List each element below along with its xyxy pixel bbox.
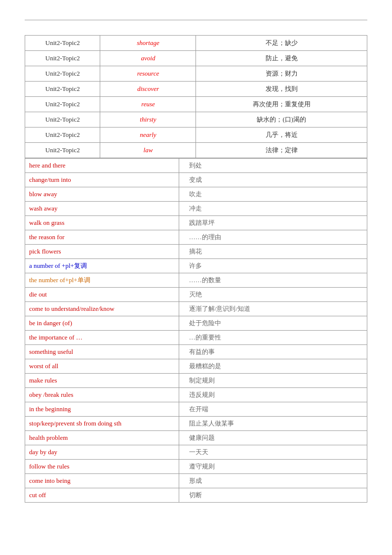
- phrase-en: here and there: [25, 159, 179, 173]
- list-item: the reason for……的理由: [25, 230, 367, 245]
- word-cell: reuse: [100, 97, 196, 112]
- meaning-cell: 不足；缺少: [196, 36, 367, 51]
- word-cell: resource: [100, 66, 196, 82]
- table-row: Unit2-Topic2reuse再次使用；重复使用: [25, 97, 367, 112]
- unit-cell: Unit2-Topic2: [25, 128, 100, 143]
- phrase-en: walk on grass: [25, 216, 179, 230]
- table-row: Unit2-Topic2discover发现，找到: [25, 82, 367, 97]
- phrase-en: obey /break rules: [25, 388, 179, 402]
- phrase-en: day by day: [25, 445, 179, 460]
- list-item: in the beginning在开端: [25, 402, 367, 417]
- phrase-en: change/turn into: [25, 173, 179, 187]
- unit-cell: Unit2-Topic2: [25, 97, 100, 112]
- list-item: day by day一天天: [25, 445, 367, 460]
- phrase-en: make rules: [25, 374, 179, 388]
- list-item: health problem健康问题: [25, 431, 367, 445]
- list-item: stop/keep/prevent sb from doing sth阻止某人做…: [25, 417, 367, 431]
- word-cell: shortage: [100, 36, 196, 51]
- phrase-table: here and there到处change/turn into变成blow a…: [25, 158, 367, 503]
- word-cell: discover: [100, 82, 196, 97]
- phrase-en: wash away: [25, 202, 179, 216]
- list-item: wash away冲走: [25, 202, 367, 216]
- phrase-cn: 处于危险中: [179, 316, 367, 331]
- phrase-cn: 有益的事: [179, 345, 367, 359]
- phrase-en: the number of+pl+单调: [25, 273, 179, 288]
- table-row: Unit2-Topic2resource资源；财力: [25, 66, 367, 82]
- phrase-cn: …的重要性: [179, 331, 367, 345]
- phrase-cn: 灭绝: [179, 288, 367, 302]
- list-item: a number of +pl+复调许多: [25, 259, 367, 273]
- phrase-cn: 逐渐了解/意识到/知道: [179, 302, 367, 316]
- meaning-cell: 发现，找到: [196, 82, 367, 97]
- phrase-en: follow the rules: [25, 460, 179, 474]
- list-item: change/turn into变成: [25, 173, 367, 187]
- meaning-cell: 防止，避免: [196, 51, 367, 66]
- table-row: Unit2-Topic2nearly几乎，将近: [25, 128, 367, 143]
- list-item: be in danger (of)处于危险中: [25, 316, 367, 331]
- phrase-cn: 摘花: [179, 245, 367, 259]
- unit-cell: Unit2-Topic2: [25, 143, 100, 158]
- phrase-en: worst of all: [25, 359, 179, 374]
- phrase-cn: 变成: [179, 173, 367, 187]
- meaning-cell: 再次使用；重复使用: [196, 97, 367, 112]
- phrase-en: in the beginning: [25, 402, 179, 417]
- phrase-cn: 切断: [179, 488, 367, 503]
- list-item: obey /break rules违反规则: [25, 388, 367, 402]
- list-item: come to understand/realize/know逐渐了解/意识到/…: [25, 302, 367, 316]
- table-row: Unit2-Topic2thirsty缺水的；(口)渴的: [25, 112, 367, 128]
- phrase-en: blow away: [25, 187, 179, 202]
- word-cell: law: [100, 143, 196, 158]
- phrase-cn: 形成: [179, 474, 367, 488]
- phrase-en: the importance of …: [25, 331, 179, 345]
- phrase-cn: 制定规则: [179, 374, 367, 388]
- phrase-cn: 一天天: [179, 445, 367, 460]
- phrase-cn: ……的理由: [179, 230, 367, 245]
- phrase-en: something useful: [25, 345, 179, 359]
- phrase-en: health problem: [25, 431, 179, 445]
- unit-cell: Unit2-Topic2: [25, 36, 100, 51]
- list-item: something useful有益的事: [25, 345, 367, 359]
- phrase-en: be in danger (of): [25, 316, 179, 331]
- phrase-en: die out: [25, 288, 179, 302]
- list-item: blow away吹走: [25, 187, 367, 202]
- list-item: worst of all最糟糕的是: [25, 359, 367, 374]
- phrase-en: come into being: [25, 474, 179, 488]
- unit-cell: Unit2-Topic2: [25, 82, 100, 97]
- list-item: walk on grass践踏草坪: [25, 216, 367, 230]
- word-cell: avoid: [100, 51, 196, 66]
- list-item: the importance of ……的重要性: [25, 331, 367, 345]
- word-cell: thirsty: [100, 112, 196, 128]
- phrase-cn: 吹走: [179, 187, 367, 202]
- list-item: pick flowers摘花: [25, 245, 367, 259]
- table-row: Unit2-Topic2law法律；定律: [25, 143, 367, 158]
- meaning-cell: 几乎，将近: [196, 128, 367, 143]
- phrase-en: cut off: [25, 488, 179, 503]
- phrase-cn: 到处: [179, 159, 367, 173]
- meaning-cell: 法律；定律: [196, 143, 367, 158]
- table-row: Unit2-Topic2shortage不足；缺少: [25, 36, 367, 51]
- phrase-cn: 遵守规则: [179, 460, 367, 474]
- phrase-cn: ……的数量: [179, 273, 367, 288]
- table-row: Unit2-Topic2avoid防止，避免: [25, 51, 367, 66]
- meaning-cell: 缺水的；(口)渴的: [196, 112, 367, 128]
- list-item: come into being形成: [25, 474, 367, 488]
- phrase-cn: 许多: [179, 259, 367, 273]
- list-item: make rules制定规则: [25, 374, 367, 388]
- unit-cell: Unit2-Topic2: [25, 66, 100, 82]
- list-item: cut off切断: [25, 488, 367, 503]
- phrase-en: come to understand/realize/know: [25, 302, 179, 316]
- unit-cell: Unit2-Topic2: [25, 51, 100, 66]
- list-item: follow the rules遵守规则: [25, 460, 367, 474]
- phrase-cn: 践踏草坪: [179, 216, 367, 230]
- list-item: die out灭绝: [25, 288, 367, 302]
- list-item: here and there到处: [25, 159, 367, 173]
- meaning-cell: 资源；财力: [196, 66, 367, 82]
- phrase-en: pick flowers: [25, 245, 179, 259]
- phrase-en: stop/keep/prevent sb from doing sth: [25, 417, 179, 431]
- phrase-cn: 冲走: [179, 202, 367, 216]
- phrase-cn: 在开端: [179, 402, 367, 417]
- list-item: the number of+pl+单调……的数量: [25, 273, 367, 288]
- word-cell: nearly: [100, 128, 196, 143]
- phrase-cn: 阻止某人做某事: [179, 417, 367, 431]
- phrase-cn: 违反规则: [179, 388, 367, 402]
